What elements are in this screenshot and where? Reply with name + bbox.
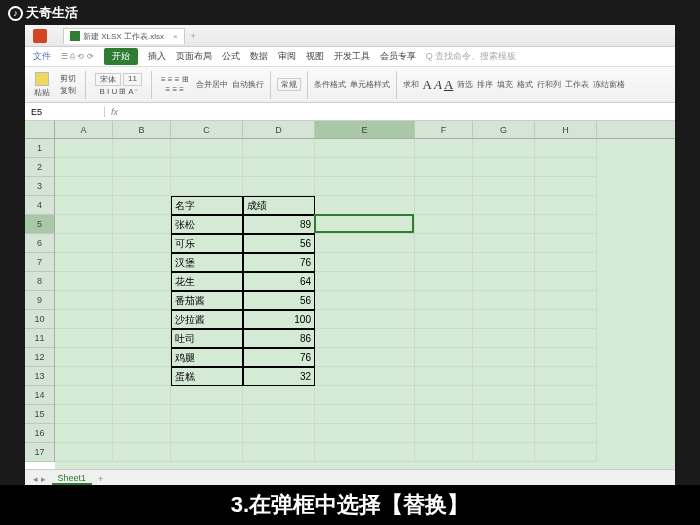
- cell[interactable]: 鸡腿: [171, 348, 243, 367]
- size-select[interactable]: 11: [123, 73, 142, 86]
- freeze-button[interactable]: 冻结窗格: [593, 79, 625, 90]
- tab-data[interactable]: 数据: [250, 50, 268, 63]
- cell[interactable]: [473, 177, 535, 196]
- cell[interactable]: [55, 215, 113, 234]
- cell[interactable]: 可乐: [171, 234, 243, 253]
- cell[interactable]: [171, 177, 243, 196]
- column-header[interactable]: A: [55, 121, 113, 138]
- cell[interactable]: [535, 405, 597, 424]
- row-header[interactable]: 4: [25, 196, 54, 215]
- close-tab-icon[interactable]: ×: [173, 32, 178, 41]
- cell[interactable]: [243, 443, 315, 462]
- cell[interactable]: 成绩: [243, 196, 315, 215]
- cell[interactable]: [535, 443, 597, 462]
- cell[interactable]: 番茄酱: [171, 291, 243, 310]
- cell[interactable]: [415, 443, 473, 462]
- cell[interactable]: [113, 405, 171, 424]
- cell[interactable]: [55, 139, 113, 158]
- cell[interactable]: [315, 310, 415, 329]
- cell[interactable]: [415, 196, 473, 215]
- cell[interactable]: [415, 177, 473, 196]
- merge-button[interactable]: 合并居中: [196, 79, 228, 90]
- cell[interactable]: [473, 196, 535, 215]
- row-header[interactable]: 13: [25, 367, 54, 386]
- cell[interactable]: [473, 253, 535, 272]
- cell[interactable]: 蛋糕: [171, 367, 243, 386]
- cell[interactable]: 沙拉酱: [171, 310, 243, 329]
- cell[interactable]: [415, 424, 473, 443]
- cell[interactable]: [415, 272, 473, 291]
- select-all-corner[interactable]: [25, 121, 55, 139]
- tab-view[interactable]: 视图: [306, 50, 324, 63]
- cell[interactable]: [315, 329, 415, 348]
- cell[interactable]: [535, 177, 597, 196]
- column-header[interactable]: D: [243, 121, 315, 138]
- cut-button[interactable]: 剪切: [60, 73, 76, 84]
- cell[interactable]: [55, 310, 113, 329]
- cell[interactable]: [243, 158, 315, 177]
- cell[interactable]: [243, 424, 315, 443]
- font-style-row[interactable]: B I U ⊞ A⁻: [99, 87, 137, 96]
- cell[interactable]: [113, 139, 171, 158]
- font-style-letters[interactable]: AAA: [423, 77, 454, 93]
- row-header[interactable]: 7: [25, 253, 54, 272]
- cell[interactable]: [473, 291, 535, 310]
- cell[interactable]: 56: [243, 291, 315, 310]
- filter-button[interactable]: 筛选: [457, 79, 473, 90]
- cell[interactable]: [473, 215, 535, 234]
- cell[interactable]: 76: [243, 348, 315, 367]
- cell[interactable]: [113, 367, 171, 386]
- cell[interactable]: [473, 443, 535, 462]
- cell[interactable]: [113, 348, 171, 367]
- cell[interactable]: [315, 291, 415, 310]
- cell[interactable]: [55, 386, 113, 405]
- cell[interactable]: [535, 234, 597, 253]
- cell[interactable]: [415, 367, 473, 386]
- cell[interactable]: [171, 386, 243, 405]
- cell[interactable]: [473, 367, 535, 386]
- cell[interactable]: [415, 348, 473, 367]
- cell[interactable]: [243, 405, 315, 424]
- cell[interactable]: [473, 310, 535, 329]
- row-header[interactable]: 17: [25, 443, 54, 462]
- cell[interactable]: [415, 139, 473, 158]
- cell[interactable]: [315, 234, 415, 253]
- cell[interactable]: [55, 443, 113, 462]
- sort-button[interactable]: 排序: [477, 79, 493, 90]
- copy-button[interactable]: 复制: [60, 85, 76, 96]
- cell[interactable]: 100: [243, 310, 315, 329]
- row-header[interactable]: 3: [25, 177, 54, 196]
- cell[interactable]: [535, 329, 597, 348]
- cell[interactable]: [55, 329, 113, 348]
- cell[interactable]: [113, 291, 171, 310]
- row-header[interactable]: 11: [25, 329, 54, 348]
- fx-icon[interactable]: fx: [105, 107, 124, 117]
- cell[interactable]: [113, 329, 171, 348]
- cell[interactable]: [171, 424, 243, 443]
- cell[interactable]: [55, 272, 113, 291]
- cell[interactable]: [113, 177, 171, 196]
- cell[interactable]: [113, 386, 171, 405]
- column-header[interactable]: H: [535, 121, 597, 138]
- row-header[interactable]: 16: [25, 424, 54, 443]
- name-box[interactable]: E5: [25, 107, 105, 117]
- cell[interactable]: [113, 443, 171, 462]
- cell[interactable]: [55, 253, 113, 272]
- cell[interactable]: [113, 424, 171, 443]
- cell[interactable]: [535, 215, 597, 234]
- cell[interactable]: [315, 177, 415, 196]
- cell[interactable]: [113, 196, 171, 215]
- cell[interactable]: [315, 443, 415, 462]
- row-header[interactable]: 12: [25, 348, 54, 367]
- cell[interactable]: [55, 348, 113, 367]
- cell[interactable]: [535, 348, 597, 367]
- cond-format-button[interactable]: 条件格式: [314, 79, 346, 90]
- cell[interactable]: 名字: [171, 196, 243, 215]
- cell[interactable]: [315, 348, 415, 367]
- cell[interactable]: [55, 234, 113, 253]
- cell[interactable]: [535, 272, 597, 291]
- sheet-tab[interactable]: Sheet1: [52, 473, 93, 485]
- tab-dev[interactable]: 开发工具: [334, 50, 370, 63]
- column-header[interactable]: C: [171, 121, 243, 138]
- cell[interactable]: [415, 158, 473, 177]
